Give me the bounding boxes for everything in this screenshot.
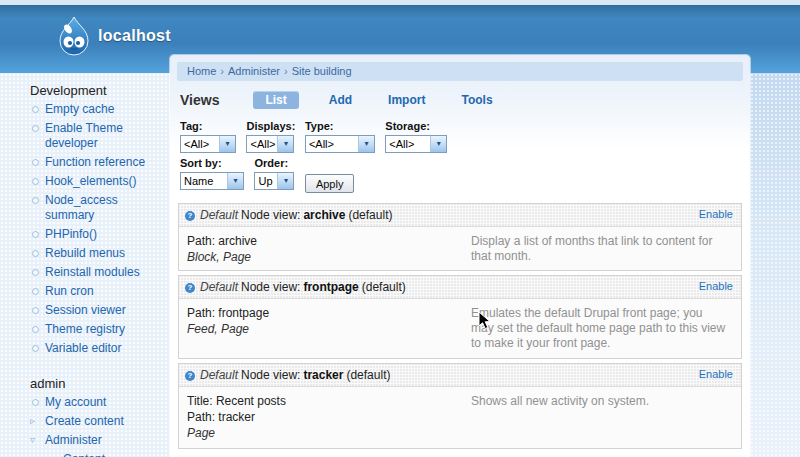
sidebar-item-create-content[interactable]: ▹Create content	[0, 414, 170, 433]
view-row-body: Path: archive Block, Page Display a list…	[179, 227, 741, 270]
view-row-tracker: ?DefaultNode view:tracker(default) Enabl…	[178, 363, 742, 449]
main-content-panel: Home›Administer›Site building Views List…	[170, 55, 750, 457]
sidebar-item-node-access-summary[interactable]: Node_access summary	[0, 193, 170, 227]
drupal-views-admin-page: localhost Development Empty cache Enable…	[0, 0, 800, 457]
view-type-default: Default	[200, 368, 238, 382]
enable-link[interactable]: Enable	[699, 368, 733, 380]
bullet-icon	[32, 106, 39, 113]
collapsed-triangle-icon: ▹	[48, 452, 53, 457]
bullet-icon	[32, 197, 39, 204]
bullet-icon	[32, 326, 39, 333]
sidebar-item-function-reference[interactable]: Function reference	[0, 155, 170, 174]
view-description: Shows all new activity on system.	[471, 394, 727, 409]
sidebar-item-content-management[interactable]: ▹Content management	[0, 452, 170, 457]
bullet-icon	[32, 231, 39, 238]
sidebar-section-admin: admin	[0, 360, 170, 395]
breadcrumb: Home›Administer›Site building	[177, 62, 743, 81]
storage-filter-select[interactable]: <All>▾	[385, 135, 447, 153]
dropdown-arrow-icon: ▾	[277, 173, 293, 189]
storage-filter-label: Storage:	[385, 120, 447, 132]
help-icon[interactable]: ?	[185, 371, 195, 381]
title-and-tabs: Views List Add Import Tools	[170, 86, 750, 116]
breadcrumb-administer-link[interactable]: Administer	[228, 65, 280, 77]
bullet-icon	[32, 269, 39, 276]
view-description: Display a list of months that link to co…	[471, 234, 727, 264]
sidebar-item-run-cron[interactable]: Run cron	[0, 284, 170, 303]
right-margin	[750, 73, 800, 457]
bullet-icon	[32, 178, 39, 185]
sidebar-item-theme-registry[interactable]: Theme registry	[0, 322, 170, 341]
displays-filter-select[interactable]: <All>▾	[246, 135, 294, 153]
filter-controls: Tag: <All>▾ Displays: <All>▾ Type: <All>…	[170, 116, 750, 193]
sidebar-item-phpinfo[interactable]: PHPinfo()	[0, 227, 170, 246]
sidebar-section-development: Development	[0, 73, 170, 102]
sort-by-select[interactable]: Name▾	[180, 172, 244, 190]
view-name: tracker	[303, 368, 343, 382]
bullet-icon	[32, 399, 39, 406]
sidebar-item-administer[interactable]: ▿Administer	[0, 433, 170, 452]
tag-filter-label: Tag:	[180, 120, 236, 132]
dropdown-arrow-icon: ▾	[227, 173, 243, 189]
view-displays: Page	[187, 425, 733, 441]
view-row-header: ?DefaultNode view:tracker(default) Enabl…	[179, 364, 741, 387]
dropdown-arrow-icon: ▾	[358, 136, 374, 152]
sidebar-item-hook-elements[interactable]: Hook_elements()	[0, 174, 170, 193]
view-default-suffix: (default)	[346, 368, 390, 382]
view-path: Path: tracker	[187, 409, 733, 425]
tab-import[interactable]: Import	[382, 91, 431, 109]
tab-tools[interactable]: Tools	[455, 91, 498, 109]
expanded-triangle-icon: ▿	[30, 433, 35, 446]
bullet-icon	[32, 159, 39, 166]
sidebar-item-enable-theme-developer[interactable]: Enable Theme developer	[0, 121, 170, 155]
bullet-icon	[32, 307, 39, 314]
help-icon[interactable]: ?	[185, 211, 195, 221]
apply-button[interactable]: Apply	[305, 174, 355, 193]
enable-link[interactable]: Enable	[699, 280, 733, 292]
view-name: frontpage	[303, 280, 358, 294]
tag-filter-select[interactable]: <All>▾	[180, 135, 236, 153]
mouse-cursor-icon	[478, 311, 491, 334]
sidebar-item-my-account[interactable]: My account	[0, 395, 170, 414]
dropdown-arrow-icon: ▾	[430, 136, 446, 152]
type-filter-label: Type:	[305, 120, 375, 132]
bullet-icon	[32, 288, 39, 295]
view-row-archive: ?DefaultNode view:archive(default) Enabl…	[178, 203, 742, 271]
sidebar-menu: Development Empty cache Enable Theme dev…	[0, 73, 170, 457]
view-row-header: ?DefaultNode view:frontpage(default) Ena…	[179, 276, 741, 299]
view-row-header: ?DefaultNode view:archive(default) Enabl…	[179, 204, 741, 227]
drupal-logo-icon	[56, 16, 92, 60]
sidebar-item-reinstall-modules[interactable]: Reinstall modules	[0, 265, 170, 284]
bullet-icon	[32, 250, 39, 257]
order-select[interactable]: Up▾	[254, 172, 294, 190]
breadcrumb-home-link[interactable]: Home	[187, 65, 216, 77]
help-icon[interactable]: ?	[185, 283, 195, 293]
view-row-frontpage: ?DefaultNode view:frontpage(default) Ena…	[178, 275, 742, 359]
views-list: ?DefaultNode view:archive(default) Enabl…	[178, 203, 742, 449]
view-base-label: Node view:	[241, 208, 300, 222]
type-filter-select[interactable]: <All>▾	[305, 135, 375, 153]
bullet-icon	[32, 345, 39, 352]
view-description: Emulates the default Drupal front page; …	[471, 306, 727, 351]
view-default-suffix: (default)	[362, 280, 406, 294]
view-base-label: Node view:	[241, 280, 300, 294]
tab-add[interactable]: Add	[323, 91, 358, 109]
tab-list[interactable]: List	[253, 91, 298, 109]
dropdown-arrow-icon: ▾	[277, 136, 293, 152]
enable-link[interactable]: Enable	[699, 208, 733, 220]
view-default-suffix: (default)	[348, 208, 392, 222]
breadcrumb-separator: ›	[284, 65, 288, 77]
view-name: archive	[303, 208, 345, 222]
bullet-icon	[32, 125, 39, 132]
sort-by-label: Sort by:	[180, 157, 244, 169]
sidebar-item-session-viewer[interactable]: Session viewer	[0, 303, 170, 322]
sidebar-item-rebuild-menus[interactable]: Rebuild menus	[0, 246, 170, 265]
site-name-link[interactable]: localhost	[98, 27, 171, 45]
view-base-label: Node view:	[241, 368, 300, 382]
displays-filter-label: Displays:	[246, 120, 294, 132]
breadcrumb-site-building-link[interactable]: Site building	[292, 65, 352, 77]
view-type-default: Default	[200, 208, 238, 222]
order-label: Order:	[254, 157, 294, 169]
view-row-body: Path: frontpage Feed, Page Emulates the …	[179, 299, 741, 358]
sidebar-item-variable-editor[interactable]: Variable editor	[0, 341, 170, 360]
sidebar-item-empty-cache[interactable]: Empty cache	[0, 102, 170, 121]
